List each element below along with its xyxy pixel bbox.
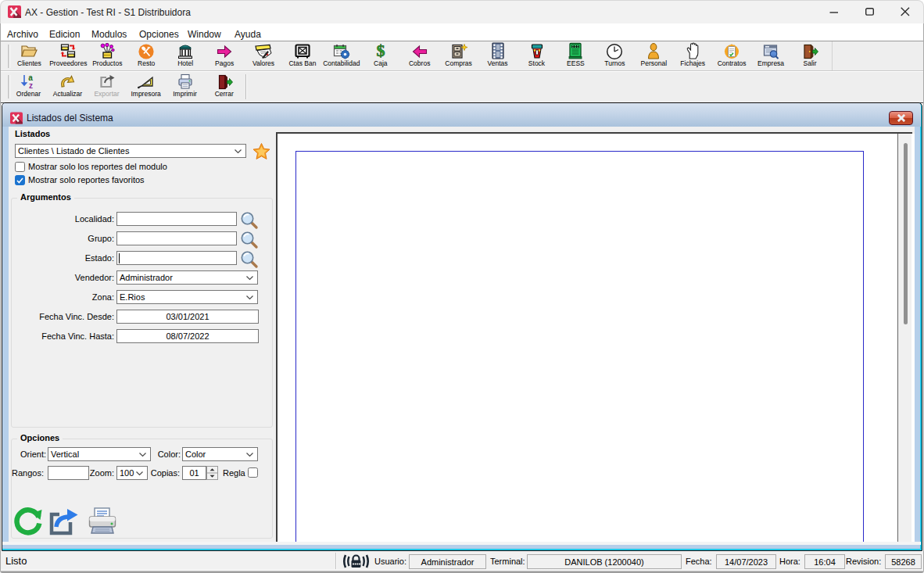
svg-text:$: $	[376, 42, 385, 59]
svg-text:z: z	[29, 81, 33, 90]
